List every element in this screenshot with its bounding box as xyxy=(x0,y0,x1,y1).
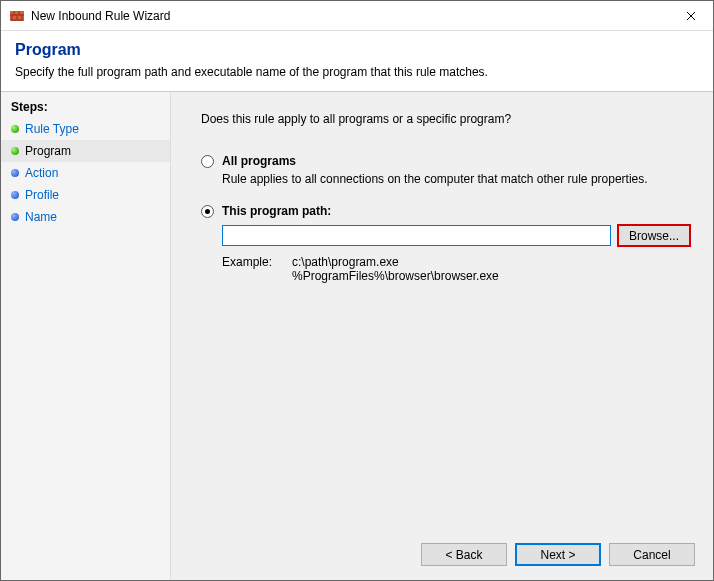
step-label: Profile xyxy=(25,188,59,202)
radio-label: All programs xyxy=(222,154,296,168)
back-label: < Back xyxy=(445,548,482,562)
close-button[interactable] xyxy=(668,1,713,30)
radio-program-path[interactable]: This program path: xyxy=(201,204,691,218)
close-icon xyxy=(686,8,696,24)
footer-buttons: < Back Next > Cancel xyxy=(421,543,695,566)
radio-icon xyxy=(201,205,214,218)
step-label: Program xyxy=(25,144,71,158)
body: Steps: Rule Type Program Action Profile … xyxy=(1,91,713,580)
browse-label: Browse... xyxy=(629,229,679,243)
steps-heading: Steps: xyxy=(1,98,170,118)
next-button[interactable]: Next > xyxy=(515,543,601,566)
step-bullet-icon xyxy=(11,191,19,199)
radio-group: All programs Rule applies to all connect… xyxy=(201,154,691,283)
page-title: Program xyxy=(15,41,699,59)
step-profile[interactable]: Profile xyxy=(1,184,170,206)
back-button[interactable]: < Back xyxy=(421,543,507,566)
radio-label: This program path: xyxy=(222,204,331,218)
path-row: Browse... xyxy=(222,224,691,247)
header: Program Specify the full program path an… xyxy=(1,31,713,91)
step-bullet-icon xyxy=(11,169,19,177)
cancel-button[interactable]: Cancel xyxy=(609,543,695,566)
program-path-input[interactable] xyxy=(222,225,611,246)
cancel-label: Cancel xyxy=(633,548,670,562)
step-label: Name xyxy=(25,210,57,224)
all-programs-desc: Rule applies to all connections on the c… xyxy=(222,172,691,186)
svg-rect-1 xyxy=(10,11,24,14)
step-label: Rule Type xyxy=(25,122,79,136)
example-values: c:\path\program.exe %ProgramFiles%\brows… xyxy=(292,255,499,283)
question-text: Does this rule apply to all programs or … xyxy=(201,112,691,126)
radio-icon xyxy=(201,155,214,168)
titlebar: New Inbound Rule Wizard xyxy=(1,1,713,31)
browse-button[interactable]: Browse... xyxy=(617,224,691,247)
step-name[interactable]: Name xyxy=(1,206,170,228)
main-panel: Does this rule apply to all programs or … xyxy=(171,92,713,580)
example-label: Example: xyxy=(222,255,292,283)
step-bullet-icon xyxy=(11,147,19,155)
step-bullet-icon xyxy=(11,125,19,133)
firewall-icon xyxy=(9,8,25,24)
step-rule-type[interactable]: Rule Type xyxy=(1,118,170,140)
example-row: Example: c:\path\program.exe %ProgramFil… xyxy=(222,255,691,283)
step-label: Action xyxy=(25,166,58,180)
steps-sidebar: Steps: Rule Type Program Action Profile … xyxy=(1,92,171,580)
window-title: New Inbound Rule Wizard xyxy=(31,9,668,23)
program-path-block: Browse... Example: c:\path\program.exe %… xyxy=(222,222,691,283)
radio-all-programs[interactable]: All programs xyxy=(201,154,691,168)
step-bullet-icon xyxy=(11,213,19,221)
page-subtitle: Specify the full program path and execut… xyxy=(15,65,699,79)
step-action[interactable]: Action xyxy=(1,162,170,184)
next-label: Next > xyxy=(540,548,575,562)
wizard-window: New Inbound Rule Wizard Program Specify … xyxy=(0,0,714,581)
step-program[interactable]: Program xyxy=(1,140,170,162)
